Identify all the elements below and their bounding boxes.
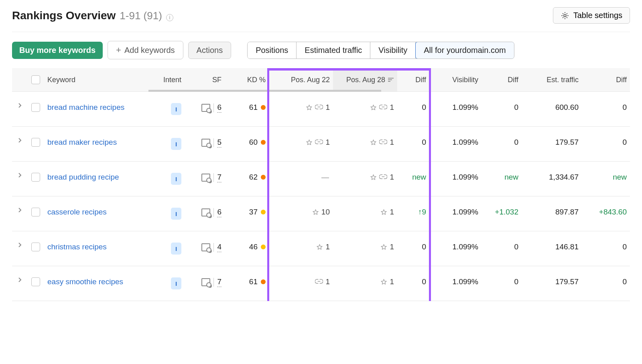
column-pos-prev[interactable]: Pos. Aug 22	[269, 68, 333, 92]
position-value: 1	[390, 173, 394, 182]
column-pos-cur[interactable]: Pos. Aug 28	[333, 68, 397, 92]
sf-value: 4	[217, 243, 221, 252]
keyword-cell: christmas recipes	[44, 231, 148, 266]
keyword-link[interactable]: bread maker recipes	[47, 138, 117, 147]
diff-value: ↑9	[418, 208, 426, 216]
checkbox-cell	[28, 231, 44, 266]
visibility-value: 1.099%	[453, 208, 478, 216]
column-keyword[interactable]: Keyword	[44, 68, 148, 92]
page-range: 1-91 (91)	[120, 10, 162, 22]
row-checkbox[interactable]	[31, 103, 40, 112]
intent-pill[interactable]: I	[171, 277, 181, 289]
column-traffic-diff[interactable]: Diff	[582, 68, 630, 92]
diff-cell: 0	[397, 231, 429, 266]
diff-value: 0	[422, 277, 426, 286]
row-checkbox[interactable]	[31, 277, 40, 286]
expand-row[interactable]	[12, 231, 28, 266]
vis-diff-cell: +1.032	[482, 196, 522, 231]
column-intent[interactable]: Intent	[148, 68, 185, 92]
keyword-link[interactable]: bread machine recipes	[47, 103, 124, 112]
keyword-link[interactable]: easy smoothie recipes	[47, 277, 123, 286]
intent-pill[interactable]: I	[171, 208, 181, 220]
diff-cell: 0	[397, 266, 429, 301]
kd-cell: 46	[225, 231, 269, 266]
pos-prev-cell: 1	[269, 266, 333, 301]
row-checkbox[interactable]	[31, 243, 40, 251]
buy-more-keywords-button[interactable]: Buy more keywords	[12, 42, 103, 59]
intent-pill[interactable]: I	[171, 103, 181, 115]
visibility-cell: 1.099%	[429, 231, 482, 266]
column-kd[interactable]: KD %	[225, 68, 269, 92]
vis-diff-cell: new	[482, 162, 522, 196]
est-traffic-cell: 897.87	[522, 196, 582, 231]
sf-cell: 5	[185, 127, 225, 162]
star-icon	[370, 104, 377, 111]
link-icon	[315, 279, 323, 285]
expand-row[interactable]	[12, 266, 28, 301]
keyword-link[interactable]: casserole recipes	[47, 208, 107, 216]
kd-dot-icon	[261, 175, 266, 180]
checkbox-all[interactable]	[31, 75, 40, 84]
expand-row[interactable]	[12, 196, 28, 231]
tab-estimated-traffic[interactable]: Estimated traffic	[297, 42, 370, 59]
row-checkbox[interactable]	[31, 173, 40, 182]
column-expand	[12, 68, 28, 92]
expand-row[interactable]	[12, 127, 28, 162]
star-icon	[380, 279, 387, 285]
est-traffic-value: 1,334.67	[549, 173, 579, 182]
column-vis-diff[interactable]: Diff	[482, 68, 522, 92]
column-sf[interactable]: SF	[185, 68, 225, 92]
serp-features-icon[interactable]	[201, 104, 210, 112]
visibility-cell: 1.099%	[429, 266, 482, 301]
visibility-cell: 1.099%	[429, 127, 482, 162]
checkbox-cell	[28, 92, 44, 127]
add-keywords-button[interactable]: + Add keywords	[108, 41, 183, 59]
vis-diff-value: 0	[514, 277, 518, 286]
keyword-link[interactable]: bread pudding recipe	[47, 173, 119, 182]
intent-pill[interactable]: I	[171, 173, 181, 185]
vis-diff-value: 0	[514, 103, 518, 112]
keyword-cell: casserole recipes	[44, 196, 148, 231]
actions-button[interactable]: Actions	[188, 42, 232, 59]
serp-features-icon[interactable]	[201, 208, 210, 216]
keyword-link[interactable]: christmas recipes	[47, 243, 107, 251]
pos-prev-cell: 1	[269, 127, 333, 162]
serp-features-icon[interactable]	[201, 278, 210, 286]
sf-cell: 7	[185, 266, 225, 301]
est-traffic-cell: 179.57	[522, 127, 582, 162]
kd-dot-icon	[261, 210, 266, 214]
sort-icon	[388, 77, 394, 83]
table-settings-label: Table settings	[573, 11, 622, 20]
rankings-table: Keyword Intent SF KD % Pos. Aug 22 Pos. …	[12, 68, 630, 301]
sf-cell: 6	[185, 92, 225, 127]
serp-features-icon[interactable]	[201, 243, 210, 251]
pos-cur-cell: 1	[333, 196, 397, 231]
column-visibility[interactable]: Visibility	[429, 68, 482, 92]
table-settings-button[interactable]: Table settings	[553, 7, 630, 24]
tab-positions[interactable]: Positions	[248, 42, 297, 59]
row-checkbox[interactable]	[31, 138, 40, 147]
serp-features-icon[interactable]	[201, 139, 210, 147]
serp-features-icon[interactable]	[201, 174, 210, 182]
checkbox-cell	[28, 127, 44, 162]
traffic-diff-value: 0	[622, 243, 627, 251]
keyword-cell: bread machine recipes	[44, 92, 148, 127]
position-value: 1	[390, 208, 394, 216]
sf-value: 6	[217, 208, 221, 217]
intent-pill[interactable]: I	[171, 243, 181, 255]
info-icon[interactable]: i	[166, 14, 173, 21]
vis-diff-cell: 0	[482, 231, 522, 266]
tab-all-for-yourdomain-com[interactable]: All for yourdomain.com	[415, 42, 514, 59]
tab-visibility[interactable]: Visibility	[370, 42, 416, 59]
vis-diff-value: new	[504, 173, 518, 182]
kd-value: 37	[249, 208, 258, 216]
position-value: 1	[325, 103, 330, 112]
intent-pill[interactable]: I	[171, 138, 181, 150]
sf-cell: 6	[185, 196, 225, 231]
pos-cur-cell: 1	[333, 127, 397, 162]
column-diff[interactable]: Diff	[397, 68, 429, 92]
expand-row[interactable]	[12, 92, 28, 127]
expand-row[interactable]	[12, 162, 28, 196]
row-checkbox[interactable]	[31, 208, 40, 216]
column-est-traffic[interactable]: Est. traffic	[522, 68, 582, 92]
